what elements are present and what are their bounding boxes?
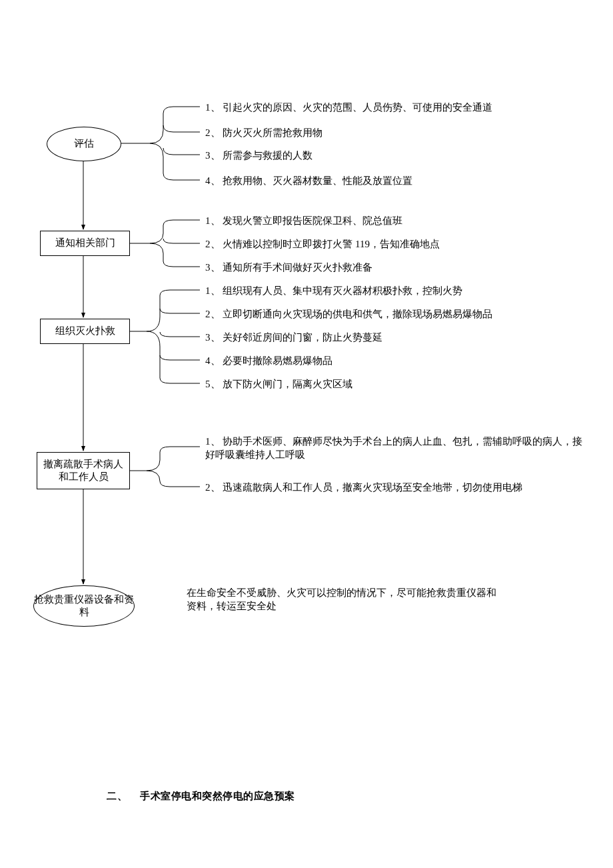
footer-section-marker: 二、 — [107, 790, 127, 803]
node-evacuate-label: 撤离疏散手术病人和工作人员 — [41, 458, 125, 484]
n3-item-1: 1、 组织现有人员、集中现有灭火器材积极扑救，控制火势 — [205, 285, 462, 298]
n2-item-2: 2、 火情难以控制时立即拨打火警 119，告知准确地点 — [205, 238, 440, 251]
n3-item-2: 2、 立即切断通向火灾现场的供电和供气，撤除现场易燃易爆物品 — [205, 308, 492, 321]
flowchart-canvas: 评估 1、 引起火灾的原因、火灾的范围、人员伤势、可使用的安全通道 2、 防火灭… — [0, 0, 613, 868]
n4-item-1: 1、 协助手术医师、麻醉师尽快为手术台上的病人止血、包扎，需辅助呼吸的病人，接好… — [205, 435, 592, 461]
node-assess: 评估 — [47, 127, 121, 161]
node-notify: 通知相关部门 — [40, 231, 130, 256]
n2-item-3: 3、 通知所有手术间做好灭火扑救准备 — [205, 261, 372, 275]
node-firefight: 组织灭火扑救 — [40, 319, 130, 344]
node-assess-label: 评估 — [74, 137, 94, 151]
footer-section-title: 手术室停电和突然停电的应急预案 — [140, 790, 295, 803]
n3-item-4: 4、 必要时撤除易燃易爆物品 — [205, 355, 332, 368]
node-firefight-label: 组织灭火扑救 — [55, 325, 115, 338]
n1-item-3: 3、 所需参与救援的人数 — [205, 149, 312, 163]
n5-text: 在生命安全不受威胁、火灾可以控制的情况下，尽可能抢救贵重仪器和资料，转运至安全处 — [187, 587, 500, 613]
n3-item-3: 3、 关好邻近房间的门窗，防止火势蔓延 — [205, 331, 382, 345]
node-rescue-equipment: 抢救贵重仪器设备和资料 — [33, 585, 135, 627]
n4-item-2: 2、 迅速疏散病人和工作人员，撤离火灾现场至安全地带，切勿使用电梯 — [205, 481, 522, 495]
n2-item-1: 1、 发现火警立即报告医院保卫科、院总值班 — [205, 215, 402, 228]
node-evacuate: 撤离疏散手术病人和工作人员 — [37, 452, 130, 489]
node-notify-label: 通知相关部门 — [55, 237, 115, 250]
n1-item-1: 1、 引起火灾的原因、火灾的范围、人员伤势、可使用的安全通道 — [205, 101, 492, 115]
node-rescue-equipment-label: 抢救贵重仪器设备和资料 — [34, 593, 134, 619]
n3-item-5: 5、 放下防火闸门，隔离火灾区域 — [205, 378, 352, 391]
n1-item-2: 2、 防火灭火所需抢救用物 — [205, 127, 322, 140]
n1-item-4: 4、 抢救用物、灭火器材数量、性能及放置位置 — [205, 175, 412, 188]
